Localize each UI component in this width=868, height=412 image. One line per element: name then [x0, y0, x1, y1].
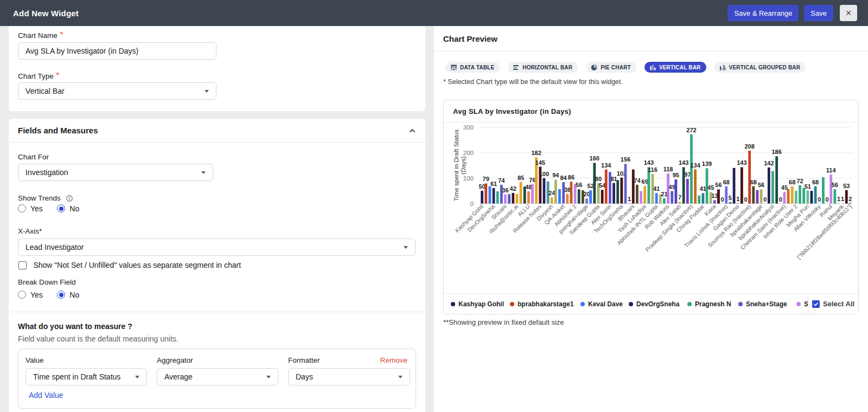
legend-item[interactable]: DevOrgSneha — [629, 294, 679, 314]
bar[interactable] — [508, 194, 510, 203]
bar[interactable] — [787, 189, 790, 204]
bar[interactable] — [601, 190, 604, 203]
bar[interactable] — [845, 190, 848, 204]
bar[interactable] — [771, 171, 774, 203]
bar[interactable] — [802, 188, 805, 203]
bar[interactable] — [551, 197, 553, 203]
bar[interactable] — [578, 189, 580, 203]
info-icon[interactable] — [66, 195, 73, 202]
bar[interactable] — [768, 168, 770, 204]
bar[interactable] — [512, 193, 514, 204]
bar[interactable] — [562, 182, 565, 203]
bar[interactable] — [795, 191, 797, 203]
bar[interactable] — [531, 184, 534, 204]
legend-item[interactable]: bprabhakarstage1 — [510, 294, 573, 314]
bar[interactable] — [655, 193, 658, 203]
bar[interactable] — [504, 195, 507, 204]
bar[interactable] — [737, 203, 739, 204]
bar[interactable] — [493, 188, 495, 204]
save-button[interactable]: Save — [804, 5, 833, 21]
close-button[interactable]: ✕ — [840, 5, 857, 21]
show-trends-yes-radio[interactable] — [18, 204, 26, 213]
bar[interactable] — [748, 151, 751, 204]
tab-vertical-grouped-bar[interactable]: VERTICAL GROUPED BAR — [714, 62, 806, 73]
bar[interactable] — [612, 183, 615, 204]
legend-item[interactable]: Sneha+Stage — [738, 294, 787, 314]
aggregator-select[interactable]: Average — [157, 368, 278, 385]
bar[interactable] — [806, 191, 809, 204]
tab-horizontal-bar[interactable]: HORIZONTAL BAR — [508, 62, 578, 73]
bar[interactable] — [593, 163, 596, 203]
bar[interactable] — [679, 202, 681, 203]
bar[interactable] — [496, 191, 499, 204]
bar[interactable] — [554, 179, 557, 203]
bar[interactable] — [701, 193, 704, 203]
chart-for-select[interactable]: Investigation — [18, 164, 213, 181]
chart-type-select[interactable]: Vertical Bar — [18, 82, 216, 100]
bar[interactable] — [643, 186, 646, 203]
bar[interactable] — [640, 191, 642, 204]
bar[interactable] — [799, 185, 801, 204]
bar[interactable] — [791, 186, 794, 204]
bar[interactable] — [481, 191, 483, 203]
bar[interactable] — [833, 189, 836, 203]
bar[interactable] — [841, 203, 844, 204]
select-all-checkbox[interactable] — [812, 300, 820, 308]
bar[interactable] — [752, 186, 755, 204]
bar[interactable] — [849, 203, 852, 204]
bar[interactable] — [632, 170, 635, 204]
bar[interactable] — [636, 185, 639, 204]
bar[interactable] — [585, 198, 588, 203]
bar[interactable] — [783, 192, 786, 203]
bar[interactable] — [674, 179, 677, 204]
bar[interactable] — [698, 195, 700, 203]
tab-pie-chart[interactable]: PIE CHART — [586, 62, 636, 73]
bar[interactable] — [558, 189, 561, 204]
bar[interactable] — [686, 179, 689, 203]
break-down-yes-radio[interactable] — [18, 291, 26, 299]
bar[interactable] — [729, 202, 732, 203]
bar[interactable] — [484, 183, 487, 203]
bar[interactable] — [488, 186, 491, 204]
bar[interactable] — [741, 167, 743, 203]
bar[interactable] — [620, 178, 623, 204]
bar[interactable] — [605, 170, 608, 204]
show-trends-no-radio[interactable] — [57, 204, 65, 213]
chevron-up-icon[interactable] — [409, 127, 416, 134]
bar[interactable] — [717, 189, 720, 203]
tab-data-table[interactable]: DATA TABLE — [445, 62, 500, 73]
bar[interactable] — [520, 182, 522, 204]
bar[interactable] — [775, 156, 778, 203]
break-down-no-radio[interactable] — [57, 291, 65, 299]
bar[interactable] — [663, 198, 666, 204]
save-rearrange-button[interactable]: Save & Rearrange — [727, 5, 799, 21]
bar[interactable] — [733, 168, 736, 204]
bar[interactable] — [810, 191, 813, 203]
bar[interactable] — [543, 178, 546, 204]
value-select[interactable]: Time spent in Draft Status — [25, 368, 147, 385]
legend-item[interactable]: Pragnesh N — [687, 294, 731, 314]
bar[interactable] — [616, 180, 619, 203]
bar[interactable] — [589, 190, 592, 203]
x-axis-select[interactable]: Lead Investigator — [18, 239, 416, 256]
bar[interactable] — [829, 175, 832, 203]
bar[interactable] — [527, 191, 530, 204]
legend-item[interactable]: Kashyap Gohil — [451, 294, 504, 314]
add-value-link[interactable]: Add Value — [29, 391, 63, 400]
remove-link[interactable]: Remove — [380, 356, 407, 364]
bar[interactable] — [515, 194, 518, 204]
bar[interactable] — [725, 186, 727, 204]
bar[interactable] — [713, 200, 716, 203]
bar[interactable] — [570, 182, 573, 203]
bar[interactable] — [756, 190, 759, 204]
chart-name-input[interactable]: Avg SLA by Investigator (in Days) — [18, 42, 216, 60]
bar[interactable] — [694, 170, 697, 204]
bar[interactable] — [814, 186, 817, 204]
bar[interactable] — [624, 164, 627, 203]
not-set-checkbox[interactable] — [18, 261, 27, 269]
bar[interactable] — [566, 194, 569, 204]
bar[interactable] — [671, 191, 673, 204]
tab-vertical-bar[interactable]: VERTICAL BAR — [644, 62, 706, 73]
legend-item[interactable]: Keval Dave — [580, 294, 623, 314]
bar[interactable] — [760, 189, 763, 203]
